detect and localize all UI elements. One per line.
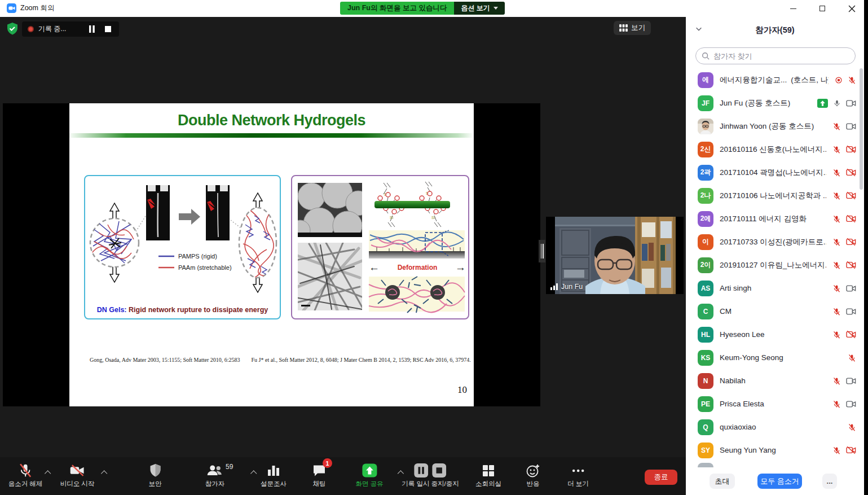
participant-row[interactable]: 에 에너지융합기술교...(호스트, 나) [686,68,864,91]
breakout-rooms-button[interactable]: 소회의실 [475,462,501,488]
footer-more-button[interactable]: ... [822,474,837,489]
participant-name: Keum-Yong Seong [720,353,841,362]
maximize-button[interactable] [816,2,829,15]
pause-recording-button[interactable] [86,24,98,35]
mic-muted-icon [832,191,841,200]
participant-status-icons [832,376,856,386]
participant-row[interactable]: 2이 201910127 이유림_나노에너지... [686,253,864,277]
invite-button[interactable]: 초대 [710,474,735,489]
participants-header: 참가자(59) [686,17,864,46]
participant-row[interactable]: 2나 201710106 나노에너지공학과 ... [686,184,864,207]
record-pause-stop-button[interactable]: 기록 일시 중지/중지 [402,462,459,488]
end-meeting-button[interactable]: 종료 [645,470,677,485]
deformation-label: Deformation [398,264,438,271]
participant-status-icons [832,261,856,270]
close-button[interactable] [845,2,858,15]
polls-button[interactable]: 설문조사 [261,462,287,488]
view-layout-button[interactable]: 보기 [614,21,651,35]
cam-on-icon [846,308,856,316]
unmute-button[interactable]: 음소거 해제 [8,462,43,488]
zoom-app-icon [7,3,16,13]
avatar: 에 [698,72,713,88]
dn-gel-diagram: PAMPS (rigid) PAAm (stretchable) [85,176,280,301]
participants-button[interactable]: 59 참가자 [205,462,225,488]
video-panel-handle[interactable] [539,240,545,262]
mic-muted-icon [848,76,856,85]
cam-off-icon [846,238,856,246]
view-options-button[interactable]: 옵션 보기 [454,2,504,15]
participant-name: Jinhwan Yoon (공동 호스트) [720,121,826,132]
participant-row[interactable]: Jinhwan Yoon (공동 호스트) [686,115,864,138]
cam-on-icon [846,400,856,408]
start-video-button[interactable]: 비디오 시작 [60,462,95,488]
chat-button[interactable]: 1 채팅 [312,462,327,488]
mute-all-button[interactable]: 모두 음소거 [757,474,802,489]
minimize-button[interactable] [787,2,799,15]
participant-row[interactable]: C CM [686,300,864,323]
participant-status-icons [832,191,856,200]
participant-row[interactable]: PE Prisca Elesta [686,392,864,415]
mute-options-chevron[interactable] [45,470,51,476]
participant-row[interactable]: N Nabilah [686,369,864,392]
participants-chevron[interactable] [250,470,257,476]
close-icon [848,5,856,12]
participant-row[interactable]: SY Seung Yun Yang [686,439,864,462]
participant-name: Arti singh [720,284,826,292]
participant-row[interactable]: HL Hyeseon Lee [686,323,864,346]
participant-row[interactable]: 2곽 201710104 곽명섭(나노에너지... [686,161,864,184]
avatar: HL [698,327,713,343]
recording-icon [835,76,843,84]
video-options-chevron[interactable] [101,470,107,476]
chat-badge: 1 [323,458,332,468]
panel-scrollbar[interactable] [860,68,863,190]
participant-row[interactable]: AS Arti singh [686,277,864,300]
security-button[interactable]: 보안 [149,462,162,488]
participant-status-icons [848,353,856,362]
shared-screen-stage: 기록 중... 보기 [0,17,686,495]
avatar: N [698,373,713,389]
mic-muted-icon [848,353,856,362]
more-button[interactable]: 더 보기 [567,462,589,488]
participant-search[interactable] [695,47,856,64]
cam-on-icon [846,377,856,385]
dn-gel-figure: PAMPS (rigid) PAAm (stretchable) DN Gels… [84,175,281,319]
mic-muted-icon [832,284,841,293]
maximize-icon [819,6,825,11]
participant-name: Prisca Elesta [720,400,826,408]
participant-row[interactable]: 2신 201610116 신동호(나노에너지... [686,138,864,161]
more-dots-icon [571,464,585,478]
reactions-smiley-icon [526,463,540,478]
svg-text:Si: Si [431,216,435,220]
participant-row[interactable]: KS Keum-Yong Seong [686,346,864,369]
mic-muted-icon [848,423,856,432]
mic-muted-icon [832,168,841,177]
avatar: PE [698,396,713,412]
minimize-icon [790,8,796,9]
share-screen-button[interactable]: 화면 공유 [355,462,383,488]
participant-list: 에 에너지융합기술교...(호스트, 나) JF Jun Fu (공동 호스트)… [686,68,864,467]
stop-recording-icon [433,463,447,478]
participant-row[interactable]: 이 201710733 이성진(광메카트로... [686,230,864,253]
participant-status-icons [832,400,856,409]
participant-row[interactable]: Q quxiaoxiao [686,415,864,439]
participant-name: 201710106 나노에너지공학과 ... [720,191,826,201]
slide-citations: Gong, Osada, Adv Mater 2003, 15:1155; So… [90,357,471,363]
stop-recording-button[interactable] [102,24,113,35]
reactions-button[interactable]: 반응 [526,462,540,488]
search-input[interactable] [713,52,849,60]
mic-muted-icon [832,446,841,455]
mic-muted-icon [832,238,841,247]
participant-row[interactable]: 2에 201710111 에너지 김영화 [686,207,864,230]
mic-muted-icon [832,145,841,154]
stop-icon [105,26,111,32]
avatar: Q [698,419,713,435]
banner-text: Jun Fu의 화면을 보고 있습니다 [340,2,454,15]
avatar: 2이 [698,257,713,273]
composite-diagram: SiSi SiSi [292,176,468,318]
speaker-video-thumbnail[interactable]: Jun Fu [546,217,684,294]
participant-name: Jun Fu (공동 호스트) [720,98,811,108]
participant-status-icons [832,145,856,154]
mic-muted-icon [832,330,841,339]
mic-muted-icon [832,400,841,409]
participant-row[interactable]: JF Jun Fu (공동 호스트) [686,91,864,115]
